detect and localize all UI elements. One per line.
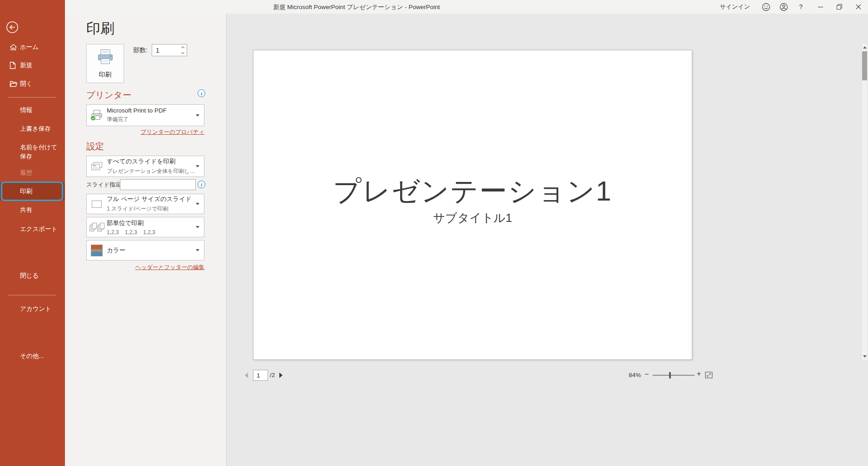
copies-decrement-button[interactable] bbox=[179, 50, 187, 56]
sidebar-item-label: 印刷 bbox=[20, 187, 32, 196]
sidebar-item-info[interactable]: 情報 bbox=[0, 104, 65, 117]
zoom-percentage: 84% bbox=[621, 372, 641, 378]
chevron-down-icon bbox=[196, 203, 199, 205]
feedback-smiley-icon[interactable] bbox=[762, 3, 770, 11]
print-button-label: 印刷 bbox=[99, 71, 112, 79]
print-settings-panel: 印刷 印刷 部数: bbox=[65, 14, 226, 466]
chevron-down-icon bbox=[196, 114, 199, 117]
sidebar-item-export[interactable]: エクスポート bbox=[0, 223, 65, 235]
copies-increment-button[interactable] bbox=[179, 44, 187, 50]
copies-stepper bbox=[179, 44, 187, 56]
sidebar-item-account[interactable]: アカウント bbox=[0, 303, 65, 315]
copies-field bbox=[152, 44, 187, 56]
slide-title: プレゼンテーション1 bbox=[253, 173, 692, 210]
color-mode-dropdown[interactable]: カラー bbox=[86, 240, 204, 260]
slide-range-info-icon[interactable]: i bbox=[198, 181, 205, 188]
slide-subtitle: サブタイトル1 bbox=[253, 210, 692, 226]
print-preview-area: プレゼンテーション1 サブタイトル1 /2 84% − + bbox=[226, 14, 868, 466]
minimize-button[interactable] bbox=[811, 0, 830, 14]
page-total-label: /2 bbox=[270, 372, 275, 378]
scroll-up-button[interactable] bbox=[862, 44, 868, 51]
next-page-button[interactable] bbox=[279, 373, 283, 378]
close-button[interactable] bbox=[849, 0, 868, 14]
sidebar-item-home[interactable]: ホーム bbox=[0, 41, 65, 54]
zoom-slider-thumb[interactable] bbox=[669, 372, 671, 378]
sidebar-item-label: 上書き保存 bbox=[20, 125, 51, 133]
sidebar-item-close[interactable]: 閉じる bbox=[0, 270, 65, 282]
slide-range-input[interactable] bbox=[120, 179, 196, 190]
print-range-label: すべてのスライドを印刷 bbox=[107, 157, 196, 166]
page-number-input[interactable] bbox=[253, 370, 268, 381]
print-range-sublabel: プレゼンテーション全体を印刷し… bbox=[107, 167, 196, 175]
sidebar-divider bbox=[8, 97, 56, 98]
color-mode-label: カラー bbox=[107, 246, 196, 255]
sidebar-item-label: 新規 bbox=[20, 61, 32, 69]
collation-label: 部単位で印刷 bbox=[107, 219, 196, 227]
sidebar-item-label: 履歴 bbox=[20, 169, 32, 177]
sidebar-item-share[interactable]: 共有 bbox=[0, 204, 65, 216]
new-document-icon bbox=[10, 62, 16, 69]
sidebar-item-open[interactable]: 開く bbox=[0, 78, 65, 90]
full-page-slide-icon bbox=[87, 200, 107, 208]
sidebar-item-label: ホーム bbox=[20, 43, 39, 51]
print-button[interactable]: 印刷 bbox=[86, 44, 124, 83]
window-title: 新規 Microsoft PowerPoint プレゼンテーション - Powe… bbox=[236, 3, 477, 11]
backstage-sidebar: ホーム 新規 開く 情報 上書き保存 bbox=[0, 0, 65, 466]
sidebar-item-label: 開く bbox=[20, 80, 32, 88]
sidebar-item-label: その他... bbox=[20, 352, 44, 360]
zoom-in-button[interactable]: + bbox=[697, 370, 701, 378]
sign-in-button[interactable]: サインイン bbox=[720, 3, 750, 11]
titlebar: 新規 Microsoft PowerPoint プレゼンテーション - Powe… bbox=[65, 0, 868, 14]
sidebar-item-print[interactable]: 印刷 bbox=[0, 183, 65, 200]
chevron-down-icon bbox=[196, 165, 199, 167]
back-button[interactable] bbox=[6, 21, 19, 34]
scrollbar-thumb[interactable] bbox=[862, 51, 867, 80]
printer-properties-link[interactable]: プリンターのプロパティ bbox=[86, 128, 204, 136]
edit-header-footer-link[interactable]: ヘッダーとフッターの編集 bbox=[86, 264, 204, 271]
printer-dropdown[interactable]: Microsoft Print to PDF 準備完了 bbox=[86, 104, 204, 126]
print-layout-label: フル ページ サイズのスライド bbox=[107, 195, 196, 203]
print-layout-dropdown[interactable]: フル ページ サイズのスライド 1 スライド/ページで印刷 bbox=[86, 194, 204, 214]
collation-dropdown[interactable]: 部単位で印刷 1,2,3 1,2,3 1,2,3 bbox=[86, 217, 204, 237]
sidebar-item-label: 情報 bbox=[20, 106, 32, 114]
printer-ready-icon bbox=[87, 110, 107, 121]
scroll-down-button[interactable] bbox=[862, 353, 868, 360]
sidebar-divider bbox=[8, 295, 56, 295]
print-layout-sublabel: 1 スライド/ページで印刷 bbox=[107, 205, 196, 213]
restore-button[interactable] bbox=[830, 0, 849, 14]
sidebar-item-save-as[interactable]: 名前を付けて保存 bbox=[0, 142, 65, 162]
help-icon[interactable]: ? bbox=[799, 3, 803, 10]
zoom-out-button[interactable]: − bbox=[645, 370, 649, 378]
all-slides-icon bbox=[87, 162, 107, 171]
chevron-down-icon bbox=[196, 249, 199, 251]
collated-pages-icon bbox=[87, 222, 107, 232]
page-title: 印刷 bbox=[86, 19, 114, 38]
zoom-slider[interactable] bbox=[653, 375, 694, 376]
chevron-down-icon bbox=[196, 226, 199, 228]
previous-page-button[interactable] bbox=[245, 373, 248, 378]
sidebar-item-history: 履歴 bbox=[0, 167, 65, 179]
copies-input[interactable] bbox=[152, 44, 179, 56]
sidebar-item-new[interactable]: 新規 bbox=[0, 59, 65, 72]
titlebar-controls: サインイン ? bbox=[720, 0, 868, 14]
sidebar-item-label: 閉じる bbox=[20, 272, 39, 280]
printer-name: Microsoft Print to PDF bbox=[107, 107, 196, 114]
slide-range-label: スライド指定: bbox=[86, 179, 123, 190]
preview-scrollbar[interactable] bbox=[861, 43, 868, 361]
sidebar-item-more[interactable]: その他... bbox=[0, 350, 65, 363]
zoom-to-fit-button[interactable] bbox=[705, 372, 713, 380]
collation-sublabel: 1,2,3 1,2,3 1,2,3 bbox=[107, 229, 196, 235]
printer-info-icon[interactable]: i bbox=[198, 89, 205, 97]
sidebar-item-label: 名前を付けて保存 bbox=[20, 143, 60, 161]
color-swatch-icon bbox=[87, 245, 107, 256]
open-folder-icon bbox=[10, 81, 18, 87]
account-person-icon[interactable] bbox=[779, 3, 788, 11]
sidebar-item-label: 共有 bbox=[20, 206, 32, 214]
settings-section-heading: 設定 bbox=[86, 140, 104, 152]
print-range-dropdown[interactable]: すべてのスライドを印刷 プレゼンテーション全体を印刷し… bbox=[86, 156, 204, 177]
printer-section-heading: プリンター bbox=[86, 89, 131, 101]
sidebar-item-label: アカウント bbox=[20, 305, 51, 313]
sidebar-item-save[interactable]: 上書き保存 bbox=[0, 123, 65, 135]
powerpoint-backstage-window: 新規 Microsoft PowerPoint プレゼンテーション - Powe… bbox=[0, 0, 868, 466]
printer-icon bbox=[96, 49, 114, 67]
